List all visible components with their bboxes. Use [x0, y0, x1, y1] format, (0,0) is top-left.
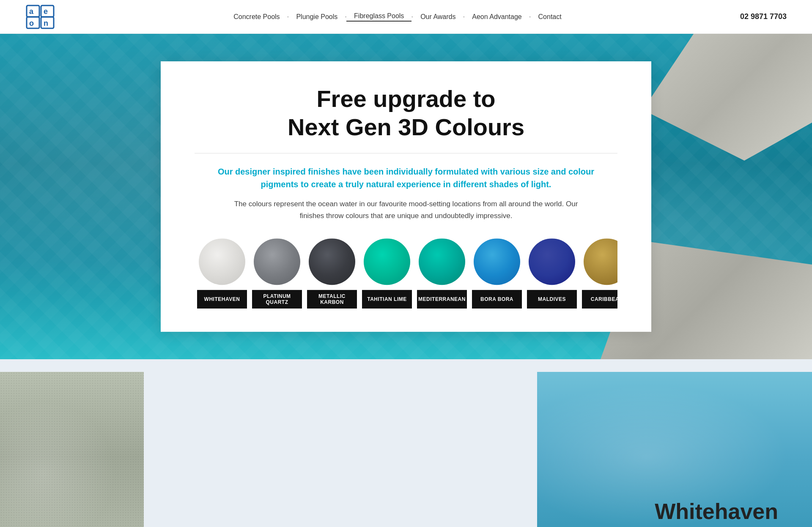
swatch-circle-maldives: [529, 238, 575, 285]
promo-description: The colours represent the ocean water in…: [195, 199, 617, 221]
nav-item-advantage[interactable]: Aeon Advantage: [464, 13, 529, 21]
nav-item-awards[interactable]: Our Awards: [413, 13, 463, 21]
swatch-circle-caribbean: [584, 238, 617, 285]
swatch-circle-borabora: [474, 238, 520, 285]
bottom-center-content: [144, 372, 537, 423]
title-divider: [195, 153, 617, 154]
promo-card: Free upgrade to Next Gen 3D Colours Our …: [161, 61, 651, 332]
nav-item-fibreglass[interactable]: Fibreglass Pools: [346, 12, 411, 22]
nav-link-advantage[interactable]: Aeon Advantage: [464, 13, 529, 21]
logo[interactable]: a e o n: [25, 4, 55, 30]
colour-swatches: WHITEHAVEN PLATINUM QUARTZ METALLIC KARB…: [195, 238, 617, 309]
whitehaven-section-title: Whitehaven: [655, 499, 778, 524]
swatch-circle-platinum: [254, 238, 300, 285]
whitehaven-texture-image: [0, 372, 144, 527]
svg-text:n: n: [44, 19, 48, 27]
nav-link-plungie[interactable]: Plungie Pools: [288, 13, 345, 21]
swatch-label-maldives: MALDIVES: [527, 290, 577, 309]
nav-link-contact[interactable]: Contact: [531, 13, 569, 21]
swatch-circle-tahitian: [364, 238, 410, 285]
hero-section: Free upgrade to Next Gen 3D Colours Our …: [0, 34, 812, 359]
nav-item-contact[interactable]: Contact: [531, 13, 569, 21]
svg-text:o: o: [29, 19, 34, 27]
swatch-bora-bora[interactable]: BORA BORA: [469, 238, 524, 309]
swatch-tahitian-lime[interactable]: TAHITIAN LIME: [359, 238, 414, 309]
svg-text:a: a: [29, 7, 34, 16]
swatch-label-whitehaven: WHITEHAVEN: [197, 290, 247, 309]
nav-item-concrete[interactable]: Concrete Pools: [226, 13, 287, 21]
phone-number[interactable]: 02 9871 7703: [740, 12, 787, 21]
swatch-metallic-karbon[interactable]: METALLIC KARBON: [304, 238, 359, 309]
swatch-label-mediterranean: MEDITERRANEAN: [417, 290, 467, 309]
promo-title: Free upgrade to Next Gen 3D Colours: [195, 85, 617, 141]
header: a e o n Concrete Pools • Plungie Pools •…: [0, 0, 812, 34]
nav-link-concrete[interactable]: Concrete Pools: [226, 13, 287, 21]
swatch-label-caribbean: CARIBBEAN: [582, 290, 617, 309]
swatch-circle-metallic: [309, 238, 355, 285]
swatch-label-borabora: BORA BORA: [472, 290, 522, 309]
swatch-maldives[interactable]: MALDIVES: [524, 238, 579, 309]
bottom-section: Whitehaven: [0, 359, 812, 527]
swatch-circle-mediterranean: [419, 238, 465, 285]
swatch-platinum-quartz[interactable]: PLATINUM QUARTZ: [250, 238, 304, 309]
swatch-mediterranean[interactable]: MEDITERRANEAN: [414, 238, 469, 309]
promo-highlight: Our designer inspired finishes have been…: [195, 166, 617, 191]
main-nav: Concrete Pools • Plungie Pools • Fibregl…: [226, 12, 569, 22]
swatch-whitehaven[interactable]: WHITEHAVEN: [195, 238, 250, 309]
svg-text:e: e: [44, 7, 48, 16]
swatch-label-platinum: PLATINUM QUARTZ: [252, 290, 302, 309]
swatch-label-metallic: METALLIC KARBON: [307, 290, 357, 309]
swatch-caribbean[interactable]: CARIBBEAN: [579, 238, 617, 309]
swatch-label-tahitian: TAHITIAN LIME: [362, 290, 412, 309]
swatch-circle-whitehaven: [199, 238, 245, 285]
nav-link-awards[interactable]: Our Awards: [413, 13, 463, 21]
pool-photo-right: Whitehaven: [537, 372, 812, 527]
nav-item-plungie[interactable]: Plungie Pools: [288, 13, 345, 21]
nav-link-fibreglass[interactable]: Fibreglass Pools: [346, 12, 411, 22]
